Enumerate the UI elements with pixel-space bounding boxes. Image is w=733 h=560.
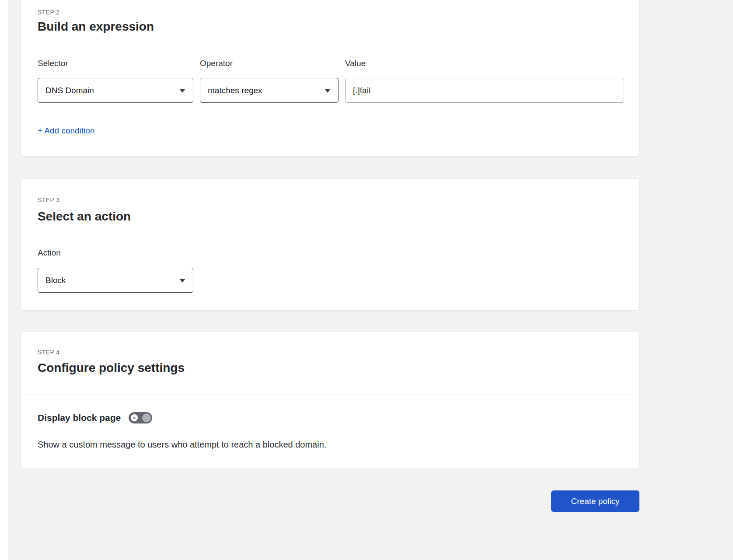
display-block-page-description: Show a custom message to users who attem… xyxy=(38,440,326,450)
operator-label: Operator xyxy=(200,59,233,68)
add-condition-link[interactable]: + Add condition xyxy=(38,126,94,136)
action-dropdown[interactable]: Block xyxy=(38,268,193,293)
value-input[interactable] xyxy=(345,78,624,103)
step4-card: STEP 4 Configure policy settings Display… xyxy=(21,332,639,469)
operator-dropdown-value: matches regex xyxy=(208,86,262,95)
section-divider xyxy=(21,395,639,395)
display-block-page-label: Display block page xyxy=(38,413,121,423)
step2-title: Build an expression xyxy=(38,20,154,34)
action-label: Action xyxy=(38,248,61,258)
step2-step-label: STEP 2 xyxy=(38,9,59,16)
create-policy-button[interactable]: Create policy xyxy=(551,490,639,512)
left-panel-edge xyxy=(0,0,8,560)
step3-step-label: STEP 3 xyxy=(38,196,59,203)
operator-dropdown[interactable]: matches regex xyxy=(200,78,339,103)
value-label: Value xyxy=(345,59,366,68)
action-dropdown-value: Block xyxy=(45,276,66,285)
selector-dropdown-value: DNS Domain xyxy=(45,86,94,95)
selector-label: Selector xyxy=(38,59,68,68)
step4-title: Configure policy settings xyxy=(38,361,185,375)
x-icon: × xyxy=(131,414,138,421)
chevron-down-icon xyxy=(325,89,331,93)
selector-dropdown[interactable]: DNS Domain xyxy=(38,78,193,103)
step3-title: Select an action xyxy=(38,210,131,224)
step4-step-label: STEP 4 xyxy=(38,349,59,356)
step3-card: STEP 3 Select an action Action Block xyxy=(21,178,639,311)
toggle-knob xyxy=(142,413,151,422)
display-block-page-row: Display block page × xyxy=(38,412,152,424)
step2-card: STEP 2 Build an expression Selector Oper… xyxy=(21,0,639,157)
chevron-down-icon xyxy=(179,279,185,283)
chevron-down-icon xyxy=(179,89,185,93)
display-block-page-toggle[interactable]: × xyxy=(129,412,152,424)
